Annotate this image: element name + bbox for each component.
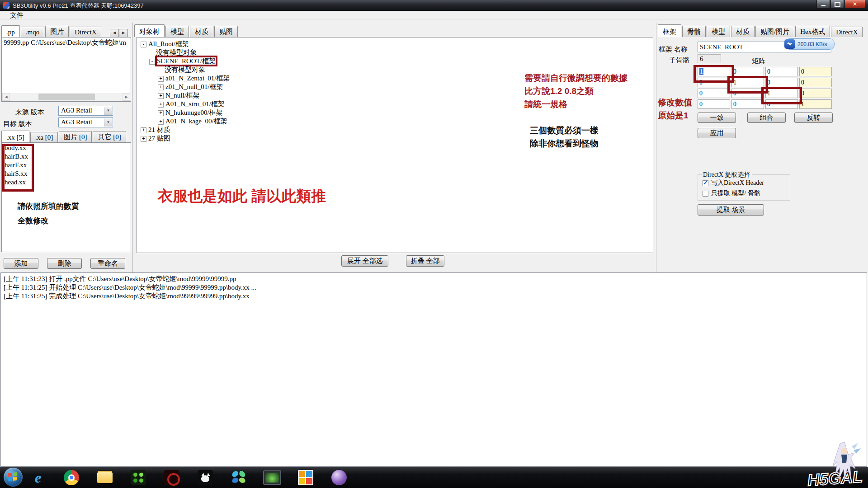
combine-button[interactable]: 组合 — [747, 113, 786, 123]
expand-toggle-icon[interactable]: + — [158, 84, 164, 90]
list-item[interactable]: hairB.xx — [3, 152, 131, 161]
close-button[interactable]: ✕ — [844, 0, 865, 9]
tab-其它 [0][interactable]: 其它 [0] — [93, 131, 126, 142]
chrome-icon[interactable] — [61, 469, 81, 487]
tab-骨骼[interactable]: 骨骼 — [682, 26, 706, 37]
target-version-select[interactable]: AG3 Retail ▼ — [58, 117, 113, 127]
list-item[interactable]: head.xx — [3, 178, 131, 187]
tab-模型[interactable]: 模型 — [165, 26, 189, 37]
matrix-cell-r2c2[interactable]: 1 — [765, 89, 798, 98]
tab-.xa [0][interactable]: .xa [0] — [30, 132, 58, 142]
red-app-icon[interactable] — [162, 469, 182, 487]
tab-框架[interactable]: 框架 — [658, 24, 681, 37]
chevron-down-icon[interactable]: ▼ — [104, 118, 112, 127]
tree-item-label: z01_N_null_01/框架 — [165, 83, 223, 90]
tab-DirectX[interactable]: DirectX — [831, 27, 863, 37]
matrix-cell-r3c0[interactable]: 0 — [698, 99, 730, 109]
extract-mesh-only-checkbox[interactable] — [703, 191, 708, 197]
tree-item[interactable]: 没有模型对象 — [140, 48, 653, 57]
matrix-cell-r1c0[interactable]: 0 — [698, 78, 730, 87]
matrix-cell-r0c0[interactable]: 1 — [698, 67, 730, 76]
tab-.xx [5][interactable]: .xx [5] — [1, 131, 29, 142]
expand-toggle-icon[interactable]: + — [158, 102, 164, 108]
expand-toggle-icon[interactable]: + — [158, 119, 164, 125]
write-directx-header-checkbox[interactable] — [703, 180, 708, 186]
tab-.mqo[interactable]: .mqo — [21, 27, 44, 37]
scrollbar-thumb[interactable] — [38, 94, 95, 100]
list-item[interactable]: hairS.xx — [3, 169, 131, 178]
tree-item[interactable]: -SCENE_ROOT/框架 — [140, 57, 653, 66]
source-version-select[interactable]: AG3 Retail ▼ — [58, 106, 113, 116]
tab-图片 [0][interactable]: 图片 [0] — [59, 131, 92, 142]
list-item[interactable]: 99999.pp C:\Users\use\Desktop\女帝蛇姬\m — [2, 38, 131, 47]
matrix-cell-r2c1[interactable]: 0 — [731, 89, 764, 98]
apply-button[interactable]: 应用 — [698, 128, 736, 138]
uniform-button[interactable]: 一致 — [698, 113, 736, 123]
horizontal-scrollbar[interactable]: ◀ ▶ — [2, 93, 130, 101]
tab-贴图/图片[interactable]: 贴图/图片 — [755, 26, 794, 37]
add-button[interactable]: 添加 — [4, 258, 38, 269]
tab-scroll-left-icon[interactable]: ◀ — [110, 29, 119, 38]
extract-scene-button[interactable]: 提取 场景 — [698, 204, 764, 216]
tab-贴图[interactable]: 贴图 — [214, 26, 238, 37]
windows-start-orb[interactable] — [4, 468, 23, 487]
screen-app-icon[interactable] — [262, 469, 282, 487]
matrix-cell-r1c1[interactable]: 1 — [731, 78, 764, 87]
target-version-value: AG3 Retail — [61, 118, 92, 126]
expand-toggle-icon[interactable]: + — [141, 136, 146, 142]
butterfly-app-icon[interactable] — [229, 469, 249, 487]
matrix-cell-r0c1[interactable]: 0 — [731, 67, 764, 76]
internet-explorer-icon[interactable]: e — [28, 469, 48, 487]
matrix-cell-r2c3[interactable]: 0 — [799, 89, 832, 98]
matrix-cell-r3c3[interactable]: 1 — [799, 99, 832, 109]
expand-toggle-icon[interactable]: + — [158, 110, 164, 116]
delete-button[interactable]: 删除 — [47, 258, 82, 269]
matrix-cell-r1c2[interactable]: 0 — [765, 78, 798, 87]
panel-splitter[interactable] — [132, 23, 133, 272]
log-line: [上午 11:31:25] 开始处理 C:\Users\use\Desktop\… — [1, 283, 867, 292]
tab-.pp[interactable]: .pp — [1, 25, 20, 37]
tab-材质[interactable]: 材质 — [731, 26, 755, 37]
maximize-button[interactable] — [830, 0, 844, 9]
menu-file[interactable]: 文件 — [8, 11, 25, 20]
collapse-toggle-icon[interactable]: - — [149, 59, 155, 65]
green-app-icon[interactable] — [128, 469, 148, 487]
selected-cell-text: 1 — [699, 68, 703, 75]
tab-DirectX[interactable]: DirectX — [70, 27, 101, 37]
child-bones-field[interactable] — [698, 54, 721, 63]
tab-模型[interactable]: 模型 — [707, 26, 730, 37]
chevron-down-icon[interactable]: ▼ — [104, 107, 112, 115]
tab-Hex格式[interactable]: Hex格式 — [795, 26, 830, 37]
rename-button[interactable]: 重命名 — [90, 258, 125, 269]
tree-item[interactable]: -All_Root/框架 — [140, 40, 653, 48]
matrix-cell-r1c3[interactable]: 0 — [799, 78, 832, 87]
matrix-cell-r3c1[interactable]: 0 — [731, 99, 764, 109]
tiles-app-icon[interactable] — [296, 469, 316, 487]
expand-toggle-icon[interactable]: + — [158, 93, 164, 99]
matrix-cell-r0c2[interactable]: 0 — [765, 67, 798, 76]
object-view-tabstrip: 对象树模型材质贴图 — [134, 25, 239, 37]
expand-toggle-icon[interactable]: + — [158, 76, 164, 82]
matrix-cell-r0c3[interactable]: 0 — [799, 67, 832, 76]
scroll-right-icon[interactable]: ▶ — [123, 93, 130, 101]
collapse-all-button[interactable]: 折叠 全部 — [406, 255, 444, 267]
matrix-cell-r3c2[interactable]: 0 — [765, 99, 798, 109]
expand-toggle-icon[interactable]: + — [141, 127, 146, 133]
expand-all-button[interactable]: 展开 全部选 — [341, 255, 388, 267]
collapse-toggle-icon[interactable]: - — [141, 42, 146, 47]
scroll-left-icon[interactable]: ◀ — [2, 93, 10, 101]
tab-材质[interactable]: 材质 — [190, 26, 213, 37]
list-item[interactable]: body.xx — [3, 144, 131, 152]
invert-button[interactable]: 反转 — [794, 113, 833, 123]
cat-app-icon[interactable] — [195, 469, 215, 487]
minimize-button[interactable] — [816, 0, 830, 9]
tab-scroll-right-icon[interactable]: ▶ — [119, 29, 128, 38]
panel-splitter[interactable] — [656, 23, 656, 272]
annotation-adjust-values: 需要請自行微調想要的數據 比方說1.2 0.8之類 請統一規格 — [524, 71, 627, 111]
purple-orb-app-icon[interactable] — [329, 469, 349, 487]
matrix-cell-r2c0[interactable]: 0 — [698, 89, 730, 98]
list-item[interactable]: hairF.xx — [3, 161, 131, 169]
tab-图片[interactable]: 图片 — [45, 26, 69, 37]
tab-对象树[interactable]: 对象树 — [134, 24, 165, 37]
folder-explorer-icon[interactable] — [95, 469, 115, 487]
